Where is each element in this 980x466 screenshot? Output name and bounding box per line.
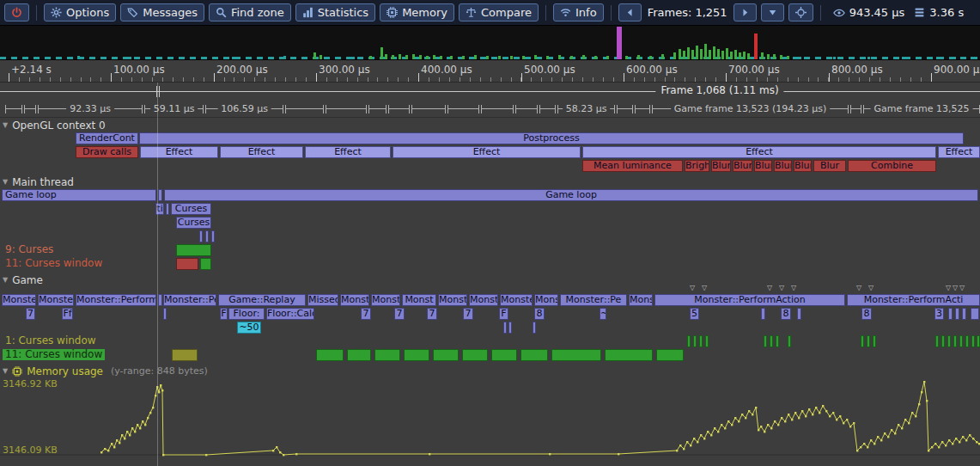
prev-frame-button[interactable] bbox=[618, 3, 642, 21]
histogram-bar[interactable] bbox=[717, 49, 720, 59]
histogram-bar[interactable] bbox=[867, 57, 870, 59]
histogram-bar[interactable] bbox=[687, 47, 690, 59]
zone-bar[interactable]: Effect bbox=[938, 146, 980, 158]
histogram-bar[interactable] bbox=[673, 52, 676, 59]
histogram-bar[interactable] bbox=[369, 56, 372, 59]
histogram-bar[interactable] bbox=[392, 55, 394, 59]
zone-bar[interactable] bbox=[166, 203, 169, 215]
zone-bar[interactable] bbox=[977, 335, 980, 347]
ghost-zone-marker[interactable]: ▽ bbox=[779, 284, 784, 291]
zone-bar[interactable]: Draw calls bbox=[76, 146, 138, 158]
zone-bar[interactable] bbox=[491, 349, 517, 361]
histogram-bar[interactable] bbox=[129, 57, 131, 59]
zone-bar[interactable] bbox=[462, 349, 488, 361]
zone-bar[interactable] bbox=[551, 349, 601, 361]
frame-ruler-primary[interactable]: Frame 1,068 (1.11 ms) bbox=[0, 83, 980, 101]
zone-bar[interactable]: 8 bbox=[861, 308, 872, 320]
zone-bar[interactable] bbox=[176, 244, 211, 256]
histogram-bar[interactable] bbox=[570, 56, 573, 59]
zone-bar[interactable]: Blur bbox=[794, 160, 812, 172]
histogram-bar[interactable] bbox=[582, 55, 585, 59]
zone-bar[interactable] bbox=[959, 335, 963, 347]
frame-histogram[interactable] bbox=[0, 26, 980, 60]
zone-bar[interactable] bbox=[962, 308, 966, 320]
zone-bar[interactable]: Monster::Pe bbox=[163, 294, 216, 306]
sub-frame-segment[interactable]: 58.23 μs bbox=[557, 105, 615, 113]
histogram-bar[interactable] bbox=[661, 54, 664, 59]
zone-bar[interactable]: Effect bbox=[305, 146, 391, 158]
zone-bar[interactable]: Postprocess bbox=[139, 132, 964, 144]
zone-bar[interactable]: Blur bbox=[754, 160, 772, 172]
zone-bar[interactable] bbox=[176, 258, 198, 270]
histogram-bar[interactable] bbox=[498, 56, 501, 59]
zone-bar[interactable] bbox=[199, 230, 203, 242]
zone-bar[interactable]: 7 bbox=[394, 308, 405, 320]
histogram-bar[interactable] bbox=[754, 34, 758, 59]
zone-bar[interactable]: Monster::PerformAction bbox=[654, 294, 845, 306]
histogram-bar[interactable] bbox=[850, 57, 853, 59]
zone-bar[interactable] bbox=[776, 335, 779, 347]
ghost-zone-marker[interactable]: ▽ bbox=[946, 284, 951, 291]
histogram-bar[interactable] bbox=[649, 56, 652, 59]
zone-bar[interactable] bbox=[770, 335, 773, 347]
zone-bar[interactable] bbox=[948, 308, 953, 320]
options-button[interactable]: Options bbox=[44, 3, 116, 21]
zone-bar[interactable]: 7 bbox=[26, 308, 35, 320]
histogram-bar[interactable] bbox=[440, 56, 442, 59]
ghost-zone-marker[interactable]: ▽ bbox=[953, 284, 958, 291]
zone-bar[interactable]: Game loop bbox=[2, 189, 156, 201]
zone-bar[interactable] bbox=[971, 335, 975, 347]
frame-dropdown-button[interactable] bbox=[761, 3, 784, 21]
zone-bar[interactable]: RenderCont bbox=[76, 132, 138, 144]
zone-bar[interactable]: Effect bbox=[140, 146, 218, 158]
sub-frame-segment[interactable] bbox=[285, 105, 324, 113]
next-frame-button[interactable] bbox=[733, 3, 757, 21]
frame-ruler-secondary[interactable]: 92.33 μs59.11 μs106.59 μs58.23 μsGame fr… bbox=[0, 101, 980, 118]
zone-bar[interactable]: Game loop bbox=[164, 189, 978, 201]
zone-bar[interactable] bbox=[764, 335, 767, 347]
zone-bar[interactable]: 7 bbox=[427, 308, 437, 320]
lane-label[interactable]: 9: Curses bbox=[3, 244, 56, 255]
zone-bar[interactable]: Curses bbox=[176, 217, 211, 229]
sub-frame-segment[interactable] bbox=[326, 105, 367, 113]
sub-frame-segment[interactable]: Game frame 13,523 (194.23 μs) bbox=[652, 105, 849, 113]
ghost-zone-marker[interactable]: ▽ bbox=[690, 284, 695, 291]
zone-bar[interactable]: Mons bbox=[629, 294, 653, 306]
zone-bar[interactable] bbox=[971, 308, 979, 320]
zone-bar[interactable] bbox=[211, 230, 215, 242]
sub-frame-segment[interactable]: 92.33 μs bbox=[38, 105, 143, 113]
zone-bar[interactable]: Effect bbox=[582, 146, 936, 158]
zone-bar[interactable] bbox=[205, 230, 209, 242]
histogram-bar[interactable] bbox=[625, 56, 628, 59]
sub-frame-segment[interactable] bbox=[481, 105, 514, 113]
histogram-bar[interactable] bbox=[902, 57, 904, 59]
histogram-bar[interactable] bbox=[747, 53, 750, 59]
zone-bar[interactable] bbox=[433, 349, 459, 361]
zone-bar[interactable]: ~ bbox=[600, 308, 606, 320]
histogram-bar[interactable] bbox=[730, 52, 733, 59]
histogram-bar[interactable] bbox=[679, 49, 681, 59]
histogram-bar[interactable] bbox=[799, 57, 801, 59]
histogram-bar[interactable] bbox=[232, 57, 234, 59]
histogram-bar[interactable] bbox=[743, 52, 746, 59]
lane-label[interactable]: 11: Curses window bbox=[3, 349, 105, 360]
histogram-bar[interactable] bbox=[486, 56, 489, 59]
histogram-bar[interactable] bbox=[522, 56, 525, 59]
histogram-bar[interactable] bbox=[558, 55, 561, 59]
zone-bar[interactable] bbox=[533, 322, 536, 334]
zone-bar[interactable] bbox=[172, 349, 198, 361]
histogram-bar[interactable] bbox=[510, 56, 513, 59]
zone-bar[interactable]: Curses bbox=[171, 203, 211, 215]
histogram-bar[interactable] bbox=[787, 56, 789, 59]
zone-bar[interactable]: Monste bbox=[38, 294, 74, 306]
histogram-bar[interactable] bbox=[380, 47, 383, 59]
section-header-game[interactable]: ▼Game bbox=[0, 273, 980, 286]
sub-frame-segment[interactable] bbox=[539, 105, 556, 113]
histogram-bar[interactable] bbox=[412, 54, 415, 59]
zone-bar[interactable] bbox=[947, 335, 951, 347]
zone-bar[interactable] bbox=[520, 349, 548, 361]
sub-frame-segment[interactable] bbox=[24, 105, 36, 113]
histogram-bar[interactable] bbox=[816, 57, 819, 59]
zone-bar[interactable] bbox=[605, 349, 653, 361]
histogram-bar[interactable] bbox=[399, 54, 401, 59]
